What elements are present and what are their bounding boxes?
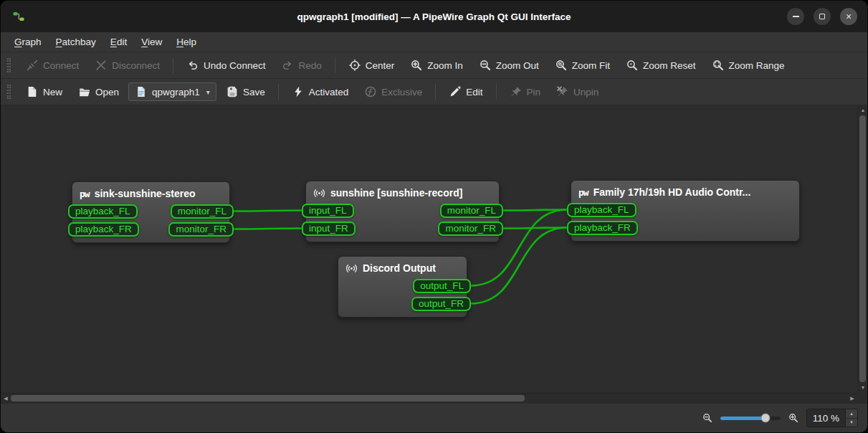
node-title: Family 17h/19h HD Audio Contr... [593, 186, 751, 198]
node-title: sink-sunshine-stereo [95, 188, 196, 199]
port-row: output_FL [338, 277, 467, 295]
zoom-spin-up[interactable]: ▲ [846, 409, 857, 419]
port-monitor-fr[interactable]: monitor_FR [168, 222, 234, 237]
scroll-left-arrow[interactable]: ◀ [1, 394, 11, 404]
menu-edit[interactable]: Edit [104, 34, 133, 49]
menu-patchbay[interactable]: Patchbay [49, 34, 102, 49]
toolbar-separator [335, 57, 335, 73]
connect-button[interactable]: Connect [19, 55, 85, 75]
toolbar-button-label: Unpin [573, 87, 598, 97]
port-row: playback_FR [571, 219, 799, 237]
zoom-out-icon [479, 59, 492, 72]
toolbar-button-label: Zoom In [427, 60, 463, 71]
qpwgraph1-combo[interactable]: qpwgraph1▾ [128, 82, 216, 101]
zoom-slider-fill [720, 417, 766, 420]
zoom-slider-handle[interactable] [760, 414, 770, 423]
pin-button[interactable]: Pin [503, 82, 548, 102]
node-family-hd-audio[interactable]: pwFamily 17h/19h HD Audio Contr...playba… [571, 180, 800, 242]
scroll-right-arrow[interactable]: ▶ [847, 394, 857, 404]
zoom-slider[interactable] [720, 417, 781, 420]
port-monitor-fr[interactable]: monitor_FR [438, 222, 503, 236]
port-input-fl[interactable]: input_FL [302, 204, 354, 218]
node-discord-output[interactable]: Discord Outputoutput_FLoutput_FR [338, 256, 467, 318]
unpin-button[interactable]: Unpin [550, 82, 605, 102]
connection-monitor-fl-to-playback-fl[interactable] [503, 210, 567, 211]
node-title: Discord Output [363, 262, 436, 274]
horizontal-scrollbar[interactable]: ◀ ▶ [1, 393, 857, 403]
center-icon [348, 59, 361, 72]
open-icon [78, 85, 91, 98]
new-button[interactable]: New [19, 82, 69, 102]
zoom-value[interactable]: 110 % [807, 409, 845, 427]
zoom-spin-down[interactable]: ▼ [846, 419, 857, 427]
minimize-button[interactable] [787, 8, 804, 25]
zoom-range-icon [712, 59, 725, 72]
node-header[interactable]: pwsink-sunshine-stereo [72, 182, 229, 202]
toolbar-button-label: New [43, 87, 62, 97]
node-header[interactable]: sunshine [sunshine-record] [306, 181, 499, 201]
close-button[interactable]: × [840, 8, 857, 25]
scroll-up-arrow[interactable]: ▲ [858, 105, 868, 115]
node-sink-sunshine-stereo[interactable]: pwsink-sunshine-stereoplayback_FLmonitor… [72, 181, 230, 243]
connection-monitor-fr-to-playback-fr[interactable] [503, 228, 567, 229]
input-slot: playback_FR [68, 222, 139, 237]
zoom-in-button[interactable]: Zoom In [404, 55, 469, 75]
toolbar-button-label: Zoom Out [496, 60, 539, 71]
toolbar-handle[interactable] [7, 85, 11, 99]
menu-view[interactable]: View [135, 34, 168, 49]
zoom-fit-button[interactable]: Zoom Fit [548, 55, 616, 75]
zoom-out-button[interactable]: Zoom Out [472, 55, 545, 75]
disconnect-button[interactable]: Disconnect [88, 55, 166, 75]
redo-button[interactable]: Redo [275, 55, 328, 75]
port-output-fl[interactable]: output_FL [413, 279, 471, 293]
open-button[interactable]: Open [72, 82, 125, 102]
titlebar[interactable]: qpwgraph1 [modified] — A PipeWire Graph … [1, 1, 867, 32]
port-output-fr[interactable]: output_FR [411, 297, 471, 311]
close-icon: × [846, 11, 852, 22]
undo-connect-button[interactable]: Undo Connect [180, 55, 272, 75]
port-row: playback_FL [571, 201, 799, 219]
app-icon [12, 10, 25, 26]
zoom-range-button[interactable]: Zoom Range [705, 55, 791, 75]
port-row: input_FRmonitor_FR [306, 219, 499, 237]
node-header[interactable]: pwFamily 17h/19h HD Audio Contr... [571, 181, 799, 201]
toolbar-button-label: Redo [298, 60, 321, 71]
horizontal-scroll-thumb[interactable] [11, 395, 525, 401]
toolbar-handle[interactable] [7, 58, 11, 72]
toolbar-button-label: Pin [527, 87, 541, 97]
file-icon [135, 85, 148, 98]
scroll-down-arrow[interactable]: ▼ [858, 383, 868, 393]
zoom-in-mini-icon[interactable] [788, 412, 798, 423]
vertical-scrollbar[interactable]: ▲ ▼ [857, 105, 867, 393]
connection-monitor-fl-to-input-fl[interactable] [234, 211, 302, 211]
port-playback-fl[interactable]: playback_FL [68, 204, 138, 219]
activated-button[interactable]: Activated [285, 82, 356, 102]
edit-button[interactable]: Edit [442, 82, 489, 102]
graph-canvas-viewport[interactable]: pwsink-sunshine-stereoplayback_FLmonitor… [1, 105, 867, 404]
menu-help[interactable]: Help [170, 34, 203, 49]
port-playback-fr[interactable]: playback_FR [68, 222, 139, 237]
graph-canvas[interactable]: pwsink-sunshine-stereoplayback_FLmonitor… [1, 105, 857, 393]
unpin-icon [556, 85, 569, 98]
zoom-out-mini-icon[interactable] [702, 412, 712, 423]
menu-graph[interactable]: Graph [8, 34, 48, 49]
vertical-scroll-thumb[interactable] [859, 115, 866, 382]
port-playback-fr[interactable]: playback_FR [567, 221, 638, 235]
input-slot: playback_FL [567, 203, 636, 217]
node-header[interactable]: Discord Output [338, 257, 467, 277]
audio-monitor-icon [313, 188, 325, 199]
port-monitor-fl[interactable]: monitor_FL [440, 204, 503, 218]
save-button[interactable]: Save [219, 82, 272, 102]
port-monitor-fl[interactable]: monitor_FL [171, 204, 234, 219]
toolbar-button-label: Save [243, 87, 265, 97]
zoom-spinbox[interactable]: 110 % ▲ ▼ [806, 409, 858, 427]
connection-monitor-fr-to-input-fr[interactable] [234, 229, 302, 229]
zoom-reset-button[interactable]: Zoom Reset [619, 55, 702, 75]
node-sunshine-record[interactable]: sunshine [sunshine-record]input_FLmonito… [305, 181, 500, 242]
port-input-fr[interactable]: input_FR [302, 222, 356, 236]
center-button[interactable]: Center [342, 55, 401, 75]
exclusive-button[interactable]: Exclusive [358, 82, 429, 102]
toolbar-button-label: Zoom Fit [572, 60, 610, 71]
maximize-button[interactable] [814, 8, 831, 25]
port-playback-fl[interactable]: playback_FL [567, 203, 636, 217]
